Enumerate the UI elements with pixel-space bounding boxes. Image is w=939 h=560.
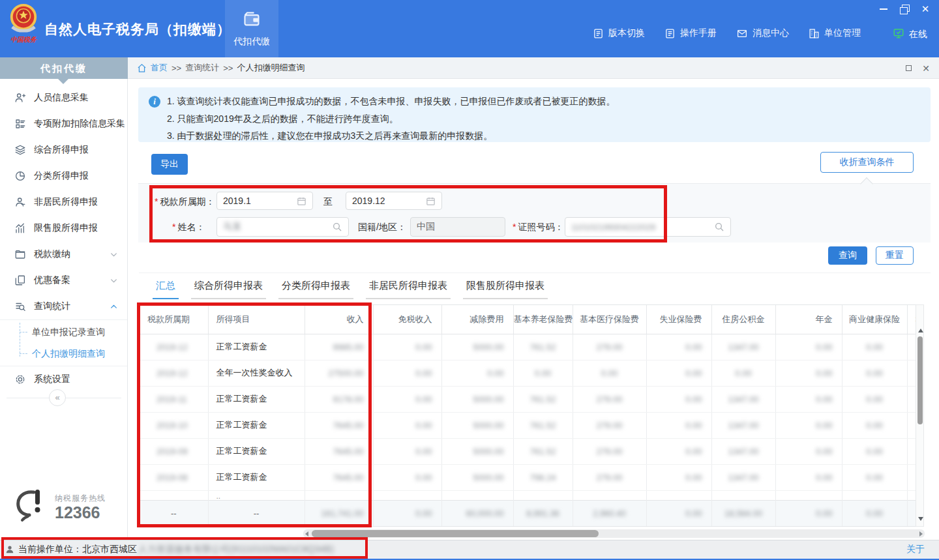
sidebar-collapse-button[interactable]: «: [49, 389, 66, 406]
table-row: 2019-12正常工资薪金9985.000.005000.00761.52279…: [140, 334, 916, 360]
nav-item-version-switch[interactable]: 版本切换: [593, 27, 645, 39]
scroll-left-icon[interactable]: [305, 531, 308, 537]
table-summary-cell: --: [140, 500, 208, 526]
column-header: 税款所属期: [140, 305, 208, 334]
current-unit-visible: 北京市西城区: [82, 544, 137, 555]
table-cell: 0.00: [513, 360, 573, 386]
search-icon[interactable]: [332, 222, 342, 232]
sidebar-item-system-settings[interactable]: 系统设置: [0, 366, 127, 392]
search-icon[interactable]: [714, 222, 724, 232]
close-icon[interactable]: ✕: [921, 5, 930, 14]
cert-number-input[interactable]: 110102199304222029: [565, 217, 731, 237]
table-summary-cell: 0.00: [842, 500, 907, 526]
collapse-query-button[interactable]: 收折查询条件: [820, 152, 914, 173]
mail-icon: [736, 28, 748, 39]
sidebar-item-label: 分类所得申报: [34, 170, 89, 182]
query-button[interactable]: 查询: [828, 246, 867, 265]
column-header: 年金: [775, 305, 842, 334]
result-table: 税款所属期所得项目收入免税收入减除费用基本养老保险费基本医疗保险费失业保险费住房…: [140, 305, 916, 527]
table-cell: 0.00: [842, 360, 907, 386]
tab-restricted-stock[interactable]: 限售股所得申报表: [463, 278, 548, 299]
tab-classified[interactable]: 分类所得申报表: [278, 278, 353, 299]
sidebar-item-tax-payment[interactable]: 税款缴纳: [0, 241, 127, 267]
breadcrumb-item: 查询统计: [185, 62, 219, 74]
sidebar-subitem-personal-withholding-detail-query[interactable]: 个人扣缴明细查询: [0, 343, 127, 364]
nav-item-label: 操作手册: [680, 27, 717, 39]
table-row: 2019-10正常工资薪金7645.000.005000.00761.52279…: [140, 412, 916, 438]
sidebar-item-label: 税款缴纳: [34, 248, 70, 260]
notice-line: 1. 该查询统计表仅能查询已申报成功的数据，不包含未申报、申报失败，已申报但已作…: [167, 96, 616, 108]
table-cell: 正常工资薪金: [208, 412, 305, 438]
table-cell: [907, 386, 916, 412]
table-summary-cell: 8,991.36: [513, 500, 573, 526]
table-cell: 0.00: [373, 334, 441, 360]
sidebar-item-preferential-filing[interactable]: 优惠备案: [0, 267, 127, 293]
sidebar-item-personnel-info-collection[interactable]: 人员信息采集: [0, 85, 127, 111]
vertical-scrollbar[interactable]: [916, 304, 924, 527]
copy-icon: [14, 274, 26, 286]
tab-nonresident[interactable]: 非居民所得申报表: [366, 278, 451, 299]
vertical-scroll-thumb[interactable]: [917, 336, 923, 424]
table-row: 2019-11正常工资薪金9178.000.005000.00761.52279…: [140, 386, 916, 412]
sidebar-item-label: 限售股所得申报: [34, 222, 98, 234]
nav-item-manual[interactable]: 操作手册: [664, 27, 717, 39]
horizontal-scroll-thumb[interactable]: [312, 530, 599, 537]
module-tab-label: 代扣代缴: [233, 36, 270, 48]
scroll-right-icon[interactable]: [919, 531, 923, 537]
tab-summary[interactable]: 汇总: [153, 278, 179, 299]
calendar-icon[interactable]: [426, 196, 436, 206]
tab-withholding-module[interactable]: 代扣代缴: [225, 0, 278, 57]
period-end-input[interactable]: 2019.12: [346, 192, 442, 210]
page-close-icon[interactable]: ✕: [922, 63, 930, 74]
scroll-down-icon[interactable]: [918, 517, 923, 521]
online-status-label: 在线: [909, 29, 927, 40]
table-summary-row: ----161,741.000.0060,000.008,991.362,960…: [140, 500, 916, 526]
sidebar-item-label: 查询统计: [34, 301, 70, 312]
document-icon: [593, 28, 604, 39]
breadcrumb: 首页 >> 查询统计 >> 个人扣缴明细查询 ✕: [128, 57, 939, 79]
emblem-icon: [7, 25, 40, 36]
table-cell: 761.52: [513, 438, 573, 464]
column-header: 住房公积金: [711, 305, 775, 334]
table-summary-cell: 2,960.40: [573, 500, 646, 526]
nav-item-message-center[interactable]: 消息中心: [736, 27, 789, 39]
about-link[interactable]: 关于: [906, 544, 925, 555]
sidebar-item-classified-income-declaration[interactable]: 分类所得申报: [0, 163, 127, 189]
user-icon: [5, 545, 14, 554]
table-cell: 0.00: [646, 386, 711, 412]
tab-comprehensive[interactable]: 综合所得申报表: [191, 278, 266, 299]
sidebar-item-restricted-stock-declaration[interactable]: 限售股所得申报: [0, 215, 127, 241]
calendar-icon[interactable]: [297, 196, 306, 206]
nav-item-unit-management[interactable]: 单位管理: [809, 27, 861, 39]
period-start-input[interactable]: 2019.1: [216, 192, 313, 210]
table-cell: 正常工资薪金: [208, 334, 305, 360]
name-label: *姓名：: [172, 222, 205, 233]
table-cell: 0.00: [646, 438, 711, 464]
horizontal-scrollbar[interactable]: [303, 529, 925, 538]
sidebar-item-nonresident-income-declaration[interactable]: 非居民所得申报: [0, 189, 127, 215]
nav-item-label: 消息中心: [753, 27, 789, 39]
reset-button[interactable]: 重置: [876, 246, 914, 265]
table-row: 2019-12全年一次性奖金收入27500.000.000.000.000.00…: [140, 360, 916, 386]
table-cell: 0.00: [842, 412, 907, 438]
restore-icon[interactable]: [900, 5, 909, 14]
scroll-up-icon[interactable]: [918, 329, 923, 332]
sidebar-item-label: 综合所得申报: [34, 144, 89, 156]
sidebar-item-special-deduction-collection[interactable]: 专项附加扣除信息采集: [0, 111, 127, 137]
export-button[interactable]: 导出: [151, 154, 188, 175]
table-cell: 761.52: [513, 334, 573, 360]
sidebar-subitem-unit-declaration-record-query[interactable]: 单位申报记录查询: [0, 321, 127, 343]
result-table-wrap: 税款所属期所得项目收入免税收入减除费用基本养老保险费基本医疗保险费失业保险费住房…: [139, 304, 916, 527]
wallet-icon: [14, 248, 26, 260]
page-maximize-icon[interactable]: [906, 65, 912, 71]
sidebar-item-query-statistics[interactable]: 查询统计: [0, 293, 127, 319]
name-input[interactable]: 马某: [216, 217, 349, 237]
window-controls: ✕: [879, 5, 930, 14]
wallet-icon: [242, 10, 261, 31]
breadcrumb-home[interactable]: 首页: [151, 62, 168, 74]
app-title: 自然人电子税务局（扣缴端）: [44, 20, 231, 38]
minimize-icon[interactable]: [879, 5, 888, 14]
table-cell: 0.00: [646, 334, 711, 360]
sidebar-item-comprehensive-income-declaration[interactable]: 综合所得申报: [0, 137, 127, 163]
notice-box: i 1. 该查询统计表仅能查询已申报成功的数据，不包含未申报、申报失败，已申报但…: [138, 87, 931, 142]
